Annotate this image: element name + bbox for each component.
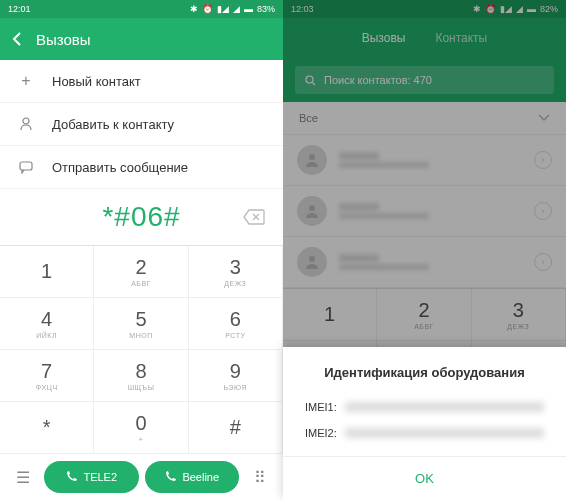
send-message-item[interactable]: Отправить сообщение <box>0 146 283 189</box>
header-bar: Вызовы <box>0 18 283 60</box>
key-letters: АБВГ <box>131 280 151 287</box>
ok-button[interactable]: OK <box>283 456 566 500</box>
plus-icon: + <box>18 73 34 89</box>
number-display: *#06# <box>0 189 283 245</box>
key-digit: * <box>43 416 51 439</box>
svg-rect-1 <box>20 162 32 170</box>
key-4[interactable]: 4ИЙКЛ <box>0 298 94 350</box>
battery-text: 83% <box>257 4 275 14</box>
key-letters: ДЕЖЗ <box>224 280 246 287</box>
imei2-label: IMEI2: <box>305 427 337 439</box>
key-letters: ЬЭЮЯ <box>223 384 247 391</box>
screen-contacts-dialog: 12:03 ✱ ⏰ ▮◢ ◢ ▬ 82% Вызовы Контакты Пои… <box>283 0 566 500</box>
status-icons: ✱ ⏰ ▮◢ ◢ ▬ 83% <box>190 4 275 14</box>
menu-label: Новый контакт <box>52 74 141 89</box>
imei2-value-redacted <box>345 428 544 438</box>
key-letters: + <box>139 436 144 443</box>
key-2[interactable]: 2АБВГ <box>94 246 188 298</box>
menu-label: Отправить сообщение <box>52 160 188 175</box>
key-#[interactable]: # <box>189 402 283 454</box>
call-label: Beeline <box>182 471 219 483</box>
key-digit: 2 <box>135 256 146 279</box>
key-1[interactable]: 1 <box>0 246 94 298</box>
status-time: 12:01 <box>8 4 31 14</box>
action-menu: + Новый контакт Добавить к контакту Отпр… <box>0 60 283 189</box>
key-8[interactable]: 8ШЩЪЫ <box>94 350 188 402</box>
call-button-beeline[interactable]: Beeline <box>145 461 240 493</box>
person-icon <box>18 116 34 132</box>
phone-icon <box>65 471 77 483</box>
key-digit: 4 <box>41 308 52 331</box>
key-letters: МНОП <box>129 332 152 339</box>
key-digit: 0 <box>135 412 146 435</box>
phone-icon <box>164 471 176 483</box>
key-digit: 8 <box>135 360 146 383</box>
bottom-bar: ☰ TELE2 Beeline ⠿ <box>0 454 283 500</box>
key-digit: 1 <box>41 260 52 283</box>
backspace-icon[interactable] <box>243 209 265 225</box>
alarm-icon: ⏰ <box>202 4 213 14</box>
svg-point-0 <box>23 118 29 124</box>
battery-icon: ▬ <box>244 4 253 14</box>
key-letters: ФХЦЧ <box>36 384 58 391</box>
key-digit: 9 <box>230 360 241 383</box>
key-7[interactable]: 7ФХЦЧ <box>0 350 94 402</box>
signal-icon: ◢ <box>233 4 240 14</box>
imei1-label: IMEI1: <box>305 401 337 413</box>
page-title: Вызовы <box>36 31 91 48</box>
bluetooth-icon: ✱ <box>190 4 198 14</box>
key-3[interactable]: 3ДЕЖЗ <box>189 246 283 298</box>
screen-dialer: 12:01 ✱ ⏰ ▮◢ ◢ ▬ 83% Вызовы + Новый конт… <box>0 0 283 500</box>
dialog-title: Идентификация оборудования <box>283 365 566 394</box>
key-5[interactable]: 5МНОП <box>94 298 188 350</box>
call-button-tele2[interactable]: TELE2 <box>44 461 139 493</box>
keypad: 12АБВГ3ДЕЖЗ4ИЙКЛ5МНОП6РСТУ7ФХЦЧ8ШЩЪЫ9ЬЭЮ… <box>0 245 283 454</box>
imei-dialog: Идентификация оборудования IMEI1: IMEI2:… <box>283 347 566 500</box>
imei1-value-redacted <box>345 402 544 412</box>
back-icon[interactable] <box>12 31 22 47</box>
key-letters: ШЩЪЫ <box>128 384 155 391</box>
menu-icon[interactable]: ☰ <box>8 468 38 487</box>
call-label: TELE2 <box>83 471 117 483</box>
dialed-number: *#06# <box>102 201 180 233</box>
key-digit: # <box>230 416 241 439</box>
key-6[interactable]: 6РСТУ <box>189 298 283 350</box>
imei2-row: IMEI2: <box>283 420 566 446</box>
key-*[interactable]: * <box>0 402 94 454</box>
key-digit: 5 <box>135 308 146 331</box>
chat-icon <box>18 159 34 175</box>
add-to-contact-item[interactable]: Добавить к контакту <box>0 103 283 146</box>
dialpad-icon[interactable]: ⠿ <box>245 468 275 487</box>
signal-icon: ▮◢ <box>217 4 229 14</box>
new-contact-item[interactable]: + Новый контакт <box>0 60 283 103</box>
key-letters: РСТУ <box>225 332 245 339</box>
status-bar: 12:01 ✱ ⏰ ▮◢ ◢ ▬ 83% <box>0 0 283 18</box>
imei1-row: IMEI1: <box>283 394 566 420</box>
key-digit: 7 <box>41 360 52 383</box>
key-9[interactable]: 9ЬЭЮЯ <box>189 350 283 402</box>
menu-label: Добавить к контакту <box>52 117 174 132</box>
key-0[interactable]: 0+ <box>94 402 188 454</box>
key-letters: ИЙКЛ <box>36 332 57 339</box>
key-digit: 3 <box>230 256 241 279</box>
key-digit: 6 <box>230 308 241 331</box>
